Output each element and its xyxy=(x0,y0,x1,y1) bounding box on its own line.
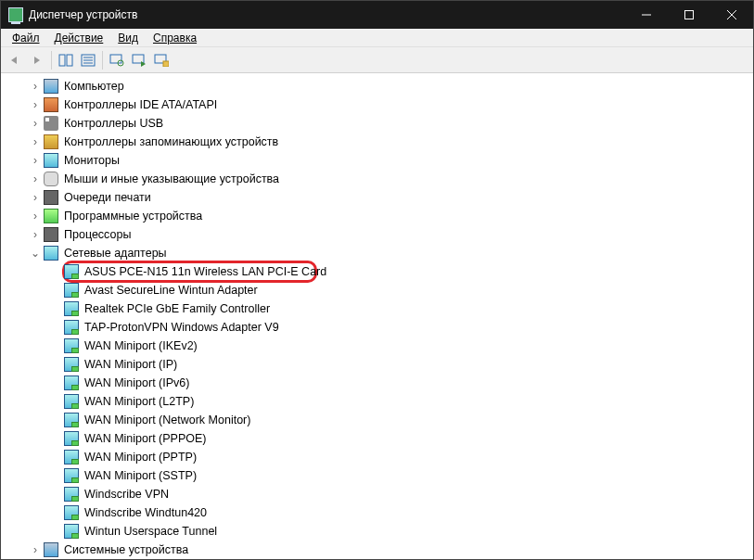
separator xyxy=(102,51,103,70)
device-item[interactable]: WAN Miniport (IP) xyxy=(6,355,753,374)
category-item[interactable]: ›Очереди печати xyxy=(6,188,753,207)
device-tree[interactable]: ›Компьютер›Контроллеры IDE ATA/ATAPI›Кон… xyxy=(1,73,753,559)
close-button[interactable] xyxy=(710,1,753,29)
caret-right-icon[interactable]: › xyxy=(29,98,42,111)
device-item[interactable]: ASUS PCE-N15 11n Wireless LAN PCI-E Card xyxy=(6,262,753,281)
category-label: Системные устройства xyxy=(62,541,190,559)
category-item[interactable]: ›Контроллеры USB xyxy=(6,114,753,133)
category-item[interactable]: ›Процессоры xyxy=(6,225,753,244)
network-device-icon xyxy=(64,338,79,353)
maximize-button[interactable] xyxy=(668,1,710,29)
monitor-search-icon xyxy=(109,54,124,67)
device-item[interactable]: WAN Miniport (IPv6) xyxy=(6,374,753,392)
device-label: Windscribe Windtun420 xyxy=(83,503,209,522)
menu-view[interactable]: Вид xyxy=(110,30,146,46)
caret-right-icon[interactable]: › xyxy=(29,543,42,556)
category-item[interactable]: ›Компьютер xyxy=(6,77,753,95)
device-label: Windscribe VPN xyxy=(83,485,171,503)
category-label: Мыши и иные указывающие устройства xyxy=(62,170,281,188)
device-item[interactable]: WAN Miniport (SSTP) xyxy=(6,466,753,485)
device-item[interactable]: WAN Miniport (L2TP) xyxy=(6,392,753,411)
category-icon xyxy=(44,209,58,223)
category-item[interactable]: ›Программные устройства xyxy=(6,207,753,225)
caret-right-icon[interactable]: › xyxy=(29,172,42,185)
back-button[interactable] xyxy=(5,50,25,70)
svg-rect-4 xyxy=(59,55,65,66)
category-icon xyxy=(44,97,58,112)
device-label: WAN Miniport (L2TP) xyxy=(83,392,196,411)
menu-action[interactable]: Действие xyxy=(47,30,111,46)
enable-button[interactable] xyxy=(129,50,149,70)
close-icon xyxy=(727,10,736,19)
minimize-button[interactable] xyxy=(625,1,668,29)
category-label: Контроллеры IDE ATA/ATAPI xyxy=(62,95,219,114)
network-device-icon xyxy=(64,487,79,502)
category-icon xyxy=(44,227,58,242)
properties-button[interactable] xyxy=(78,50,98,70)
device-item[interactable]: Windscribe VPN xyxy=(6,485,753,503)
caret-right-icon[interactable]: › xyxy=(29,210,42,223)
device-label: Avast SecureLine Wintun Adapter xyxy=(83,281,260,299)
category-label: Контроллеры запоминающих устройств xyxy=(62,133,280,151)
caret-right-icon[interactable]: › xyxy=(29,191,42,204)
scan-button[interactable] xyxy=(107,50,127,70)
monitor-play-icon xyxy=(132,54,147,67)
show-hidden-button[interactable] xyxy=(56,50,76,70)
network-device-icon xyxy=(64,264,79,279)
category-item[interactable]: ›Системные устройства xyxy=(6,541,753,559)
app-icon xyxy=(8,7,23,22)
network-device-icon xyxy=(64,394,79,409)
category-network-adapters[interactable]: ⌄ Сетевые адаптеры xyxy=(6,244,753,262)
device-item[interactable]: Avast SecureLine Wintun Adapter xyxy=(6,281,753,299)
category-item[interactable]: ›Мониторы xyxy=(6,151,753,170)
device-item[interactable]: WAN Miniport (PPTP) xyxy=(6,448,753,466)
caret-right-icon[interactable]: › xyxy=(29,135,42,148)
category-label: Сетевые адаптеры xyxy=(62,244,169,262)
device-item[interactable]: TAP-ProtonVPN Windows Adapter V9 xyxy=(6,318,753,337)
category-label: Программные устройства xyxy=(62,207,204,225)
caret-right-icon[interactable]: › xyxy=(29,154,42,167)
caret-right-icon[interactable]: › xyxy=(29,228,42,241)
menu-file[interactable]: Файл xyxy=(5,30,47,46)
device-label: WAN Miniport (SSTP) xyxy=(83,466,198,485)
menu-help[interactable]: Справка xyxy=(146,30,204,46)
device-item[interactable]: Realtek PCIe GbE Family Controller xyxy=(6,299,753,318)
device-label: WAN Miniport (PPTP) xyxy=(83,448,198,466)
highlight-annotation: ASUS PCE-N15 11n Wireless LAN PCI-E Card xyxy=(6,262,753,281)
device-item[interactable]: Wintun Userspace Tunnel xyxy=(6,522,753,541)
svg-rect-10 xyxy=(110,55,121,63)
svg-rect-12 xyxy=(133,55,144,63)
category-item[interactable]: ›Контроллеры IDE ATA/ATAPI xyxy=(6,95,753,114)
device-item[interactable]: WAN Miniport (Network Monitor) xyxy=(6,411,753,429)
network-device-icon xyxy=(64,450,79,465)
category-icon xyxy=(44,79,58,94)
caret-right-icon[interactable]: › xyxy=(29,117,42,130)
svg-rect-5 xyxy=(67,55,72,66)
network-device-icon xyxy=(64,375,79,390)
device-label: WAN Miniport (Network Monitor) xyxy=(83,411,252,429)
maximize-icon xyxy=(684,10,694,19)
device-label: ASUS PCE-N15 11n Wireless LAN PCI-E Card xyxy=(83,262,328,281)
window-title: Диспетчер устройств xyxy=(29,8,625,21)
monitor-plus-icon xyxy=(154,54,169,67)
device-item[interactable]: WAN Miniport (PPPOE) xyxy=(6,429,753,448)
network-device-icon xyxy=(64,431,79,446)
category-item[interactable]: ›Контроллеры запоминающих устройств xyxy=(6,133,753,151)
device-item[interactable]: Windscribe Windtun420 xyxy=(6,503,753,522)
category-icon xyxy=(44,542,58,557)
forward-button[interactable] xyxy=(27,50,47,70)
category-icon xyxy=(44,153,58,168)
category-icon xyxy=(44,190,58,205)
category-label: Мониторы xyxy=(62,151,121,170)
caret-right-icon[interactable]: › xyxy=(29,80,42,93)
category-label: Процессоры xyxy=(62,225,133,244)
add-hardware-button[interactable] xyxy=(151,50,172,70)
caret-down-icon[interactable]: ⌄ xyxy=(29,247,42,260)
category-label: Очереди печати xyxy=(62,188,153,207)
device-item[interactable]: WAN Miniport (IKEv2) xyxy=(6,337,753,355)
network-device-icon xyxy=(64,320,79,335)
category-item[interactable]: ›Мыши и иные указывающие устройства xyxy=(6,170,753,188)
network-category-icon xyxy=(44,246,58,261)
device-label: WAN Miniport (IP) xyxy=(83,355,179,374)
device-label: WAN Miniport (IPv6) xyxy=(83,374,191,392)
